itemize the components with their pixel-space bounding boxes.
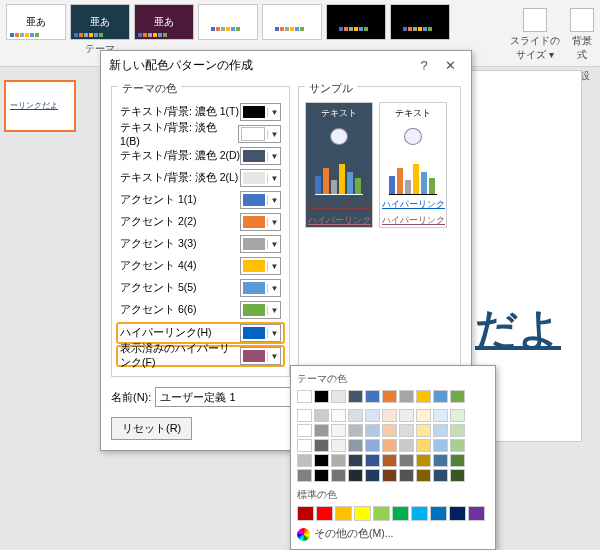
color-swatch[interactable] xyxy=(416,424,431,437)
color-swatch[interactable] xyxy=(382,439,397,452)
color-dropdown[interactable]: ▼ xyxy=(238,125,281,143)
color-swatch[interactable] xyxy=(365,454,380,467)
theme-thumbnail[interactable]: 亜あ xyxy=(134,4,194,40)
color-dropdown[interactable]: ▼ xyxy=(240,347,281,365)
color-dropdown[interactable]: ▼ xyxy=(240,257,281,275)
color-swatch[interactable] xyxy=(314,469,329,482)
color-swatch[interactable] xyxy=(365,390,380,403)
color-swatch[interactable] xyxy=(314,439,329,452)
slide-size-button[interactable]: スライドの サイズ ▾ xyxy=(510,8,560,62)
sample-dark-card: テキスト ハイパーリンク ハイパーリンク xyxy=(305,102,373,228)
color-row-label: アクセント 6(6) xyxy=(120,303,197,317)
color-swatch[interactable] xyxy=(416,439,431,452)
theme-thumbnail[interactable]: 亜あ xyxy=(6,4,66,40)
color-swatch[interactable] xyxy=(331,469,346,482)
color-swatch[interactable] xyxy=(450,454,465,467)
help-button[interactable]: ? xyxy=(411,58,437,73)
color-swatch[interactable] xyxy=(450,469,465,482)
color-swatch[interactable] xyxy=(297,390,312,403)
color-dropdown[interactable]: ▼ xyxy=(240,301,281,319)
color-swatch[interactable] xyxy=(433,390,448,403)
slide-thumbnail[interactable]: ーリンクだよ xyxy=(4,80,76,132)
color-swatch[interactable] xyxy=(433,439,448,452)
color-swatch[interactable] xyxy=(316,506,333,521)
color-dropdown[interactable]: ▼ xyxy=(240,191,281,209)
reset-button[interactable]: リセット(R) xyxy=(111,417,192,440)
color-swatch[interactable] xyxy=(354,506,371,521)
color-swatch[interactable] xyxy=(392,506,409,521)
color-swatch[interactable] xyxy=(416,469,431,482)
color-swatch[interactable] xyxy=(314,424,329,437)
color-swatch[interactable] xyxy=(314,390,329,403)
color-swatch[interactable] xyxy=(430,506,447,521)
color-swatch[interactable] xyxy=(331,439,346,452)
color-swatch[interactable] xyxy=(399,454,414,467)
color-swatch[interactable] xyxy=(411,506,428,521)
variant-thumbnail[interactable] xyxy=(390,4,450,40)
color-swatch[interactable] xyxy=(433,469,448,482)
color-swatch[interactable] xyxy=(416,390,431,403)
color-swatch[interactable] xyxy=(348,469,363,482)
color-swatch[interactable] xyxy=(468,506,485,521)
color-swatch[interactable] xyxy=(365,439,380,452)
color-swatch[interactable] xyxy=(450,409,465,422)
color-swatch[interactable] xyxy=(450,390,465,403)
variant-thumbnail[interactable] xyxy=(262,4,322,40)
color-swatch[interactable] xyxy=(449,506,466,521)
color-swatch[interactable] xyxy=(416,409,431,422)
color-swatch[interactable] xyxy=(382,469,397,482)
color-swatch[interactable] xyxy=(450,439,465,452)
color-swatch[interactable] xyxy=(348,439,363,452)
color-dropdown[interactable]: ▼ xyxy=(240,324,281,342)
color-swatch[interactable] xyxy=(297,506,314,521)
more-colors-button[interactable]: その他の色(M)... xyxy=(297,525,489,543)
color-swatch[interactable] xyxy=(314,454,329,467)
color-dropdown[interactable]: ▼ xyxy=(240,279,281,297)
color-swatch[interactable] xyxy=(348,390,363,403)
color-swatch[interactable] xyxy=(433,424,448,437)
color-swatch[interactable] xyxy=(365,424,380,437)
color-swatch[interactable] xyxy=(314,409,329,422)
color-swatch[interactable] xyxy=(382,424,397,437)
color-swatch[interactable] xyxy=(365,469,380,482)
color-swatch[interactable] xyxy=(382,390,397,403)
color-swatch[interactable] xyxy=(382,454,397,467)
color-swatch[interactable] xyxy=(297,439,312,452)
color-dropdown[interactable]: ▼ xyxy=(240,235,281,253)
color-swatch[interactable] xyxy=(365,409,380,422)
color-swatch[interactable] xyxy=(331,390,346,403)
color-swatch[interactable] xyxy=(416,454,431,467)
color-dropdown[interactable]: ▼ xyxy=(240,147,281,165)
close-button[interactable]: ✕ xyxy=(437,58,463,73)
color-swatch[interactable] xyxy=(433,409,448,422)
color-swatch[interactable] xyxy=(382,409,397,422)
dialog-title: 新しい配色パターンの作成 xyxy=(109,57,253,74)
color-swatch[interactable] xyxy=(433,454,448,467)
color-swatch[interactable] xyxy=(297,454,312,467)
color-swatch[interactable] xyxy=(348,454,363,467)
color-dropdown[interactable]: ▼ xyxy=(240,213,281,231)
color-swatch[interactable] xyxy=(399,439,414,452)
color-swatch[interactable] xyxy=(348,409,363,422)
color-swatch[interactable] xyxy=(399,424,414,437)
color-dropdown[interactable]: ▼ xyxy=(240,103,281,121)
color-dropdown[interactable]: ▼ xyxy=(240,169,281,187)
color-swatch[interactable] xyxy=(297,469,312,482)
variant-thumbnail[interactable] xyxy=(326,4,386,40)
background-format-button[interactable]: 背景 式 xyxy=(570,8,594,62)
color-swatch[interactable] xyxy=(331,409,346,422)
theme-thumbnail[interactable]: 亜あ xyxy=(70,4,130,40)
color-swatch[interactable] xyxy=(450,424,465,437)
color-swatch[interactable] xyxy=(297,424,312,437)
color-swatch[interactable] xyxy=(348,424,363,437)
chevron-down-icon: ▼ xyxy=(267,284,280,293)
color-swatch[interactable] xyxy=(399,390,414,403)
color-swatch[interactable] xyxy=(399,469,414,482)
color-swatch[interactable] xyxy=(297,409,312,422)
variant-thumbnail[interactable] xyxy=(198,4,258,40)
color-swatch[interactable] xyxy=(373,506,390,521)
color-swatch[interactable] xyxy=(331,424,346,437)
color-swatch[interactable] xyxy=(331,454,346,467)
color-swatch[interactable] xyxy=(335,506,352,521)
color-swatch[interactable] xyxy=(399,409,414,422)
